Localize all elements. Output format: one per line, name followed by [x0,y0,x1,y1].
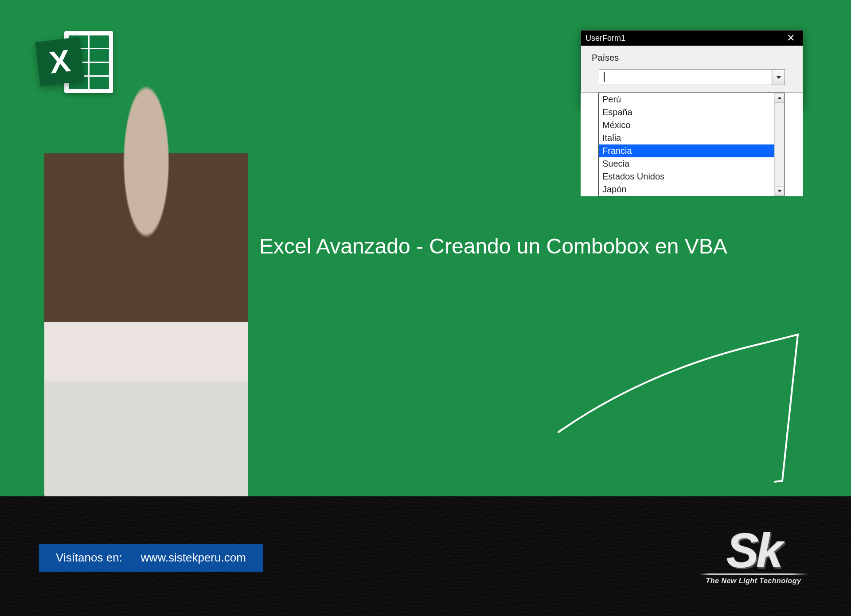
dropdown-item[interactable]: Japón [599,183,774,196]
text-cursor [604,72,605,82]
combobox-value[interactable] [599,70,772,85]
combobox-label: Países [592,53,792,63]
dropdown-item[interactable]: Perú [599,93,774,106]
combobox-input[interactable] [599,69,785,85]
visit-banner: Visítanos en: www.sistekperu.com [39,544,263,572]
dropdown-items-container: PerúEspañaMéxicoItaliaFranciaSueciaEstad… [599,93,774,196]
sk-logo-tagline: The New Light Technology [696,577,811,585]
combobox-dropdown[interactable]: PerúEspañaMéxicoItaliaFranciaSueciaEstad… [598,93,785,196]
visit-url[interactable]: www.sistekperu.com [141,551,246,565]
scrollbar[interactable] [774,93,784,196]
chevron-down-icon[interactable] [772,70,785,85]
dropdown-backdrop: PerúEspañaMéxicoItaliaFranciaSueciaEstad… [581,92,803,196]
sk-logo-text: Sk [696,530,811,571]
sk-logo: Sk The New Light Technology [696,530,811,585]
visit-label: Visítanos en: [56,551,122,565]
dropdown-item[interactable]: Italia [599,132,774,144]
dropdown-item[interactable]: Francia [599,144,774,157]
combobox[interactable] [599,69,785,85]
scroll-up-icon[interactable] [775,93,784,103]
scroll-down-icon[interactable] [775,186,784,196]
userform-title: UserForm1 [586,34,625,43]
close-icon[interactable]: ✕ [783,33,798,43]
decorative-swoosh [550,317,824,490]
dropdown-item[interactable]: Suecia [599,157,774,170]
dropdown-item[interactable]: España [599,106,774,119]
excel-logo-x-icon: X [35,37,84,86]
dropdown-item[interactable]: México [599,119,774,132]
person-photo [44,78,248,499]
slide-headline: Excel Avanzado - Creando un Combobox en … [259,230,816,262]
sk-logo-underline [699,573,808,575]
dropdown-item[interactable]: Estados Unidos [599,170,774,183]
userform-titlebar[interactable]: UserForm1 ✕ [581,31,803,46]
